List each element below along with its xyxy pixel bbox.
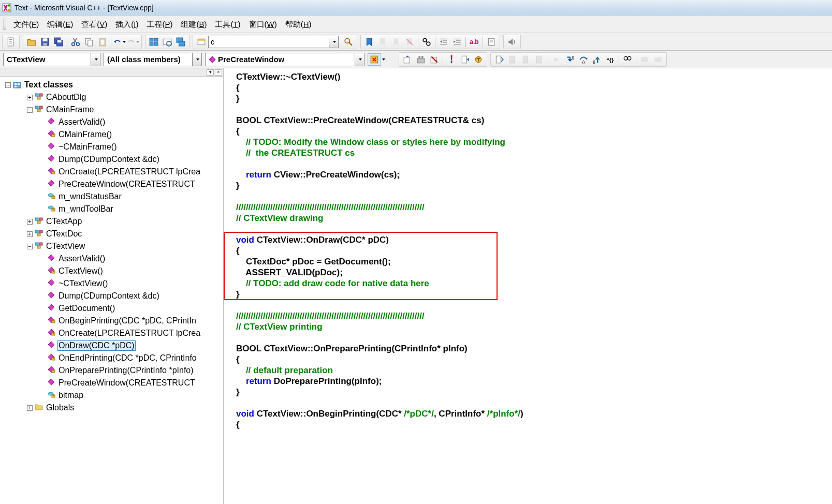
code-line[interactable]: {	[236, 354, 832, 365]
menu-w[interactable]: 窗口(W)	[245, 18, 281, 32]
undo-button[interactable]	[113, 36, 126, 48]
code-line[interactable]: // TODO: Modify the Window class or styl…	[236, 137, 832, 147]
code-line[interactable]: return DoPreparePrinting(pInfo);	[236, 376, 832, 387]
tree-item[interactable]: OnCreate(LPCREATESTRUCT lpCrea	[5, 166, 222, 178]
build-button[interactable]	[414, 53, 428, 66]
menu-t[interactable]: 工具(T)	[211, 18, 244, 32]
new-text-button[interactable]	[4, 36, 18, 48]
workspace-button[interactable]	[147, 36, 160, 48]
save-button[interactable]	[38, 36, 52, 48]
tree-item-label[interactable]: OnEndPrinting(CDC *pDC, CPrintInfo	[57, 353, 198, 363]
find-button[interactable]	[342, 36, 355, 48]
watch-button[interactable]	[638, 53, 651, 66]
sidebar-close-button[interactable]: ×	[215, 69, 222, 76]
wizard-action-button[interactable]	[368, 53, 381, 66]
code-line[interactable]: CTextView::~CTextView()	[236, 71, 832, 82]
tree-item[interactable]: CTextView()	[5, 265, 222, 277]
menu-b[interactable]: 组建(B)	[177, 18, 211, 32]
tree-item-label[interactable]: ~CTextView()	[57, 279, 109, 288]
tree-item-label[interactable]: CTextDoc	[45, 229, 83, 239]
menu-h[interactable]: 帮助(H)	[281, 18, 316, 32]
unindent-button[interactable]	[450, 36, 464, 48]
tree-item-label[interactable]: m_wndStatusBar	[57, 192, 123, 201]
code-line[interactable]: ////////////////////////////////////////…	[236, 202, 832, 213]
tree-item[interactable]: +Globals	[5, 402, 222, 414]
compile-button[interactable]	[401, 53, 414, 66]
tree-item-label[interactable]: AssertValid()	[57, 254, 106, 263]
tree-item-label[interactable]: AssertValid()	[57, 117, 106, 127]
quickwatch-button[interactable]	[621, 53, 634, 66]
tree-expand-button[interactable]: −	[27, 244, 33, 249]
tree-item-label[interactable]: CMainFrame()	[57, 130, 113, 139]
code-line[interactable]: }	[236, 180, 832, 191]
output-button[interactable]	[160, 36, 174, 48]
code-line[interactable]: // TODO: add draw code for native data h…	[236, 278, 832, 289]
bookmark-clear-button[interactable]	[403, 36, 416, 48]
debug-apply-button[interactable]	[533, 53, 546, 66]
code-line[interactable]	[236, 397, 832, 408]
tree-item-label[interactable]: OnDraw(CDC *pDC)	[57, 340, 136, 351]
code-line[interactable]: BOOL CTextView::OnPreparePrinting(CPrint…	[236, 343, 832, 354]
tree-item-label[interactable]: GetDocument()	[57, 304, 116, 313]
window-list-button[interactable]	[174, 36, 187, 48]
code-line[interactable]: return CView::PreCreateWindow(cs);	[236, 169, 832, 180]
code-line[interactable]: {	[236, 126, 832, 137]
tree-item[interactable]: Dump(CDumpContext &dc)	[5, 290, 222, 302]
tree-item[interactable]: m_wndToolBar	[5, 203, 222, 215]
tree-root-label[interactable]: Text classes	[23, 80, 74, 90]
member-combo[interactable]: PreCreateWindow	[205, 53, 355, 66]
code-line[interactable]: // the CREATESTRUCT cs	[236, 147, 832, 158]
code-line[interactable]: BOOL CTextView::PreCreateWindow(CREATEST…	[236, 115, 832, 126]
tree-expand-button[interactable]: +	[27, 95, 33, 100]
code-line[interactable]: // CTextView drawing	[236, 213, 832, 224]
menu-e[interactable]: 编辑(E)	[43, 18, 77, 32]
tree-item[interactable]: +CAboutDlg	[5, 91, 222, 103]
tree-item-label[interactable]: CTextView()	[57, 266, 104, 276]
code-line[interactable]	[236, 224, 832, 234]
sidebar-pin-button[interactable]: ▾	[207, 69, 214, 76]
debug-break2-button[interactable]	[519, 53, 533, 66]
tree-item-label[interactable]: bitmap	[57, 391, 84, 400]
code-line[interactable]	[236, 158, 832, 169]
tree-item-label[interactable]: OnCreate(LPCREATESTRUCT lpCrea	[57, 329, 201, 338]
tree-item-label[interactable]: ~CMainFrame()	[57, 142, 118, 152]
whitespace-button[interactable]: a.b	[468, 36, 481, 48]
find-input[interactable]	[208, 36, 329, 48]
go-button[interactable]	[458, 53, 472, 66]
step-into-button[interactable]: {}	[563, 53, 577, 66]
menu-v[interactable]: 查看(V)	[77, 18, 111, 32]
tree-item[interactable]: −CMainFrame	[5, 103, 222, 116]
tree-expand-button[interactable]: +	[27, 219, 33, 225]
code-line[interactable]: {	[236, 419, 832, 430]
bookmark-next-button[interactable]	[376, 36, 389, 48]
code-line[interactable]: // CTextView printing	[236, 321, 832, 332]
code-line[interactable]: }	[236, 387, 832, 397]
open-button[interactable]	[25, 36, 38, 48]
tree-item[interactable]: CMainFrame()	[5, 128, 222, 141]
debug-next-stmt-button[interactable]	[550, 53, 563, 66]
tree-item-label[interactable]: OnBeginPrinting(CDC *pDC, CPrintIn	[57, 316, 197, 325]
step-out-button[interactable]: {}	[590, 53, 604, 66]
menu-p[interactable]: 工程(P)	[142, 18, 177, 32]
tree-item-label[interactable]: PreCreateWindow(CREATESTRUCT	[57, 378, 196, 388]
tree-item-label[interactable]: CTextApp	[45, 217, 83, 226]
redo-button[interactable]	[126, 36, 140, 48]
code-line[interactable]: }	[236, 93, 832, 104]
tree-item[interactable]: ~CTextView()	[5, 277, 222, 290]
tree-item-label[interactable]: CAboutDlg	[45, 93, 87, 102]
code-line[interactable]: ASSERT_VALID(pDoc);	[236, 267, 832, 278]
menu-i[interactable]: 插入(I)	[111, 18, 142, 32]
code-line[interactable]	[236, 104, 832, 115]
tree-item[interactable]: m_wndStatusBar	[5, 190, 222, 203]
code-line[interactable]: void CTextView::OnDraw(CDC* pDC)	[236, 234, 832, 245]
tree-item[interactable]: PreCreateWindow(CREATESTRUCT	[5, 178, 222, 190]
code-editor[interactable]: CTextView::~CTextView(){} BOOL CTextView…	[224, 68, 832, 504]
tree-item-label[interactable]: PreCreateWindow(CREATESTRUCT	[57, 180, 196, 189]
tree-expand-button[interactable]: −	[27, 107, 33, 113]
tree-item-label[interactable]: CTextView	[45, 242, 86, 251]
tree-item[interactable]: ~CMainFrame()	[5, 141, 222, 153]
stop-build-button[interactable]	[428, 53, 441, 66]
debug-restart-button[interactable]	[492, 53, 506, 66]
class-combo[interactable]: CTextView	[3, 53, 91, 66]
member-combo-arrow[interactable]	[355, 53, 364, 66]
